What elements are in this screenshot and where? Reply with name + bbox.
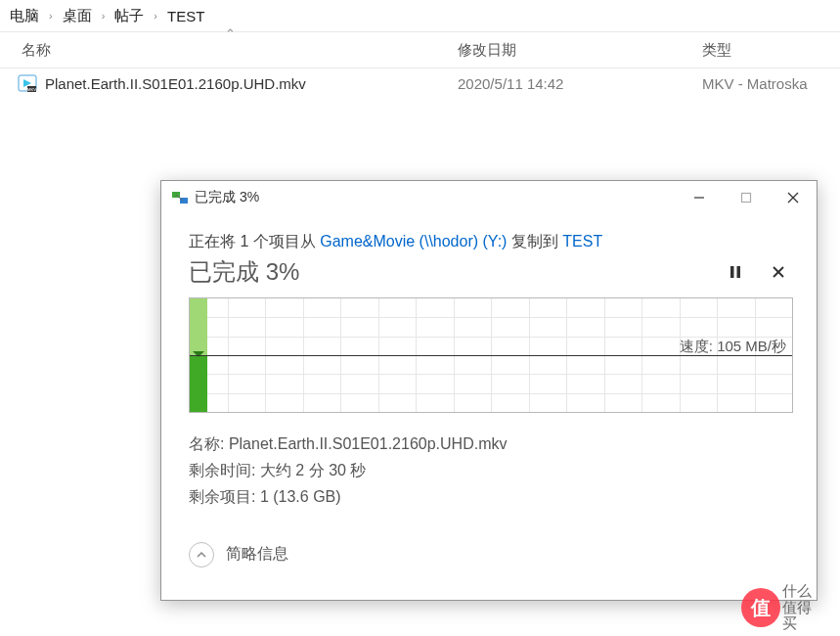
chevron-up-icon bbox=[189, 542, 214, 568]
watermark-icon: 值 bbox=[741, 588, 780, 627]
titlebar: 已完成 3% bbox=[161, 181, 817, 214]
dest-link[interactable]: TEST bbox=[562, 233, 602, 250]
detail-time: 大约 2 分 30 秒 bbox=[260, 462, 366, 478]
file-type: MKV - Matroska bbox=[702, 75, 808, 92]
copy-progress-dialog: 已完成 3% 正在将 1 个项目从 Game&Movie (\\hodor) (… bbox=[160, 180, 818, 601]
dialog-title: 已完成 3% bbox=[195, 189, 259, 206]
sort-indicator-icon: ⌃ bbox=[225, 26, 236, 41]
column-name[interactable]: 名称 bbox=[0, 41, 458, 60]
close-button[interactable] bbox=[770, 182, 817, 213]
column-headers: ⌃ 名称 修改日期 类型 bbox=[0, 31, 840, 68]
copy-description: 正在将 1 个项目从 Game&Movie (\\hodor) (Y:) 复制到… bbox=[189, 232, 789, 252]
speed-chart: 速度: 105 MB/秒 bbox=[189, 297, 793, 413]
breadcrumb-item[interactable]: 电脑 bbox=[6, 7, 43, 25]
svg-rect-10 bbox=[730, 266, 734, 278]
progress-text: 已完成 3% bbox=[189, 256, 299, 288]
column-type[interactable]: 类型 bbox=[702, 41, 840, 60]
chevron-right-icon: › bbox=[96, 10, 111, 22]
file-name: Planet.Earth.II.S01E01.2160p.UHD.mkv bbox=[45, 75, 306, 92]
breadcrumb: 电脑 › 桌面 › 帖子 › TEST bbox=[0, 0, 840, 31]
indicator-icon bbox=[193, 351, 204, 357]
file-row[interactable]: MKV Planet.Earth.II.S01E01.2160p.UHD.mkv… bbox=[0, 68, 840, 98]
progress-bar-top bbox=[190, 298, 207, 355]
file-date: 2020/5/11 14:42 bbox=[458, 75, 702, 92]
speed-label: 速度: 105 MB/秒 bbox=[680, 338, 786, 356]
chevron-right-icon: › bbox=[148, 10, 163, 22]
svg-rect-7 bbox=[742, 194, 751, 203]
less-info-toggle[interactable]: 简略信息 bbox=[189, 542, 789, 568]
pause-button[interactable] bbox=[725, 261, 746, 283]
svg-text:MKV: MKV bbox=[27, 87, 36, 92]
detail-items: 1 (13.6 GB) bbox=[260, 488, 341, 505]
chevron-right-icon: › bbox=[43, 10, 59, 22]
transfer-details: 名称: Planet.Earth.II.S01E01.2160p.UHD.mkv… bbox=[189, 431, 789, 511]
cancel-button[interactable] bbox=[768, 261, 789, 283]
maximize-button[interactable] bbox=[723, 182, 770, 213]
breadcrumb-item[interactable]: 桌面 bbox=[59, 7, 96, 25]
svg-rect-11 bbox=[737, 266, 741, 278]
source-link[interactable]: Game&Movie (\\hodor) (Y:) bbox=[320, 233, 507, 250]
breadcrumb-item[interactable]: TEST bbox=[163, 8, 208, 24]
minimize-button[interactable] bbox=[676, 182, 723, 213]
copy-icon bbox=[171, 189, 189, 206]
progress-bar-bottom bbox=[190, 355, 207, 412]
breadcrumb-item[interactable]: 帖子 bbox=[111, 7, 148, 25]
mkv-file-icon: MKV bbox=[18, 73, 37, 93]
watermark: 值 什么值得买 bbox=[723, 579, 840, 636]
detail-name: Planet.Earth.II.S01E01.2160p.UHD.mkv bbox=[229, 435, 508, 452]
column-date[interactable]: 修改日期 bbox=[458, 41, 702, 60]
